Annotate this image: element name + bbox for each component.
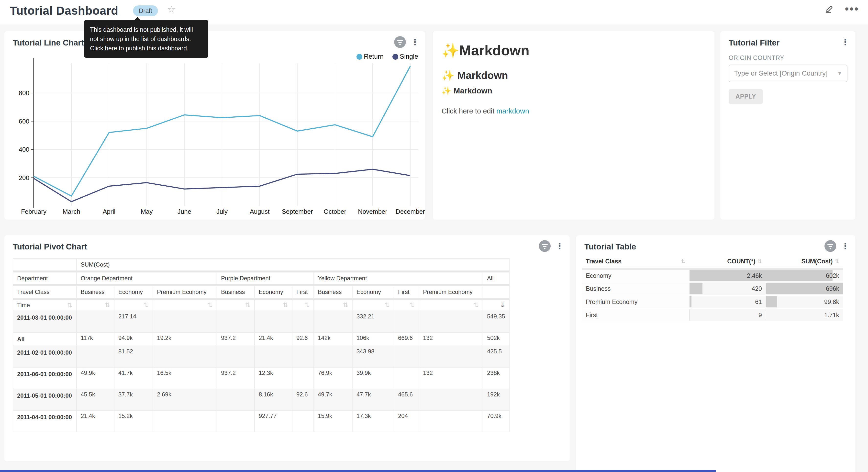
- table-row[interactable]: First91.71k: [582, 308, 843, 322]
- table-row[interactable]: Economy2.46k602k: [582, 269, 843, 282]
- pivot-value-cell[interactable]: 217.14: [114, 311, 153, 332]
- sort-icon[interactable]: ⇅: [409, 302, 415, 308]
- pivot-value-cell[interactable]: [314, 311, 352, 332]
- pivot-value-cell[interactable]: 76.9k: [314, 367, 352, 389]
- pivot-value-cell[interactable]: [217, 311, 254, 332]
- pivot-value-cell[interactable]: [292, 311, 314, 332]
- pivot-value-cell[interactable]: [419, 389, 483, 410]
- horizontal-scrollbar-thumb[interactable]: [0, 470, 716, 472]
- sort-caret-icon[interactable]: ⇅: [835, 258, 839, 265]
- pivot-value-cell[interactable]: 549.35: [483, 311, 509, 332]
- more-options-icon[interactable]: •••: [845, 5, 859, 12]
- pivot-value-cell[interactable]: 204: [394, 410, 419, 432]
- sort-icon[interactable]: ⇅: [304, 302, 310, 308]
- sort-icon[interactable]: ⇅: [207, 302, 213, 308]
- pivot-value-cell[interactable]: 2.69k: [153, 389, 217, 410]
- pivot-value-cell[interactable]: 132: [419, 332, 483, 346]
- line-chart-plot[interactable]: 200400600800FebruaryMarchAprilMayJuneJul…: [4, 31, 425, 219]
- pivot-value-cell[interactable]: [394, 367, 419, 389]
- favorite-star-icon[interactable]: ☆: [167, 4, 176, 15]
- pivot-value-cell[interactable]: 41.7k: [114, 367, 153, 389]
- pivot-value-cell[interactable]: 937.2: [217, 367, 254, 389]
- pivot-value-cell[interactable]: [217, 389, 254, 410]
- pivot-value-cell[interactable]: 937.2: [217, 332, 254, 346]
- table-menu-icon[interactable]: ⋮: [841, 240, 849, 252]
- pivot-value-cell[interactable]: [292, 367, 314, 389]
- pivot-value-cell[interactable]: 94.9k: [114, 332, 153, 346]
- edit-markdown-link[interactable]: markdown: [496, 107, 529, 115]
- pivot-value-cell[interactable]: 332.21: [352, 311, 394, 332]
- cross-filter-icon[interactable]: [539, 240, 551, 252]
- pivot-value-cell[interactable]: [76, 311, 114, 332]
- pivot-value-cell[interactable]: 45.5k: [76, 389, 114, 410]
- pivot-value-cell[interactable]: 21.4k: [254, 332, 292, 346]
- pivot-value-cell[interactable]: [153, 311, 217, 332]
- pivot-value-cell[interactable]: 425.5: [483, 346, 509, 367]
- pivot-value-cell[interactable]: 343.98: [352, 346, 394, 367]
- pivot-value-cell[interactable]: [217, 410, 254, 432]
- pivot-value-cell[interactable]: 238k: [483, 367, 509, 389]
- pivot-value-cell[interactable]: 192k: [483, 389, 509, 410]
- pivot-value-cell[interactable]: [217, 346, 254, 367]
- pivot-value-cell[interactable]: [254, 346, 292, 367]
- sort-icon[interactable]: ⇅: [143, 302, 149, 308]
- pivot-value-cell[interactable]: [394, 311, 419, 332]
- pivot-value-cell[interactable]: 49.7k: [314, 389, 352, 410]
- filter-menu-icon[interactable]: ⋮: [841, 36, 849, 48]
- sort-icon[interactable]: ⇅: [105, 302, 110, 308]
- pivot-value-cell[interactable]: 669.6: [394, 332, 419, 346]
- pivot-value-cell[interactable]: [153, 410, 217, 432]
- pivot-value-cell[interactable]: 132: [419, 367, 483, 389]
- sort-icon[interactable]: ⇅: [473, 302, 479, 308]
- sort-caret-icon[interactable]: ⇅: [681, 258, 686, 265]
- pivot-value-cell[interactable]: [76, 346, 114, 367]
- pivot-value-cell[interactable]: 927.77: [254, 410, 292, 432]
- pivot-value-cell[interactable]: 106k: [352, 332, 394, 346]
- pivot-value-cell[interactable]: 16.5k: [153, 367, 217, 389]
- cross-filter-icon[interactable]: [825, 240, 836, 252]
- pivot-value-cell[interactable]: [419, 311, 483, 332]
- pivot-value-cell[interactable]: 8.16k: [254, 389, 292, 410]
- sort-icon-active[interactable]: ⇓: [500, 302, 505, 308]
- pivot-value-cell[interactable]: 70.9k: [483, 410, 509, 432]
- pivot-value-cell[interactable]: [292, 346, 314, 367]
- table-column-header[interactable]: COUNT(*)⇅: [689, 255, 766, 269]
- pivot-value-cell[interactable]: [419, 410, 483, 432]
- pivot-value-cell[interactable]: [292, 410, 314, 432]
- pivot-value-cell[interactable]: [153, 346, 217, 367]
- edit-pencil-icon[interactable]: [825, 4, 834, 14]
- sort-icon[interactable]: ⇅: [67, 302, 72, 308]
- pivot-value-cell[interactable]: 49.9k: [76, 367, 114, 389]
- draft-badge[interactable]: Draft: [133, 5, 158, 16]
- pivot-value-cell[interactable]: 142k: [314, 332, 352, 346]
- pivot-value-cell[interactable]: 47.7k: [352, 389, 394, 410]
- pivot-value-cell[interactable]: 92.6: [292, 389, 314, 410]
- apply-button[interactable]: APPLY: [728, 89, 763, 104]
- pivot-value-cell[interactable]: 465.6: [394, 389, 419, 410]
- sort-icon[interactable]: ⇅: [245, 302, 250, 308]
- table-row[interactable]: Premium Economy6199.8k: [582, 295, 843, 308]
- sort-caret-icon[interactable]: ⇅: [757, 258, 762, 265]
- pivot-value-cell[interactable]: 37.7k: [114, 389, 153, 410]
- table-column-header[interactable]: SUM(Cost)⇅: [766, 255, 843, 269]
- pivot-value-cell[interactable]: 502k: [483, 332, 509, 346]
- pivot-value-cell[interactable]: [419, 346, 483, 367]
- pivot-value-cell[interactable]: [254, 311, 292, 332]
- pivot-value-cell[interactable]: 15.9k: [314, 410, 352, 432]
- pivot-value-cell[interactable]: 12.3k: [254, 367, 292, 389]
- pivot-menu-icon[interactable]: ⋮: [556, 240, 564, 252]
- pivot-value-cell[interactable]: 21.4k: [76, 410, 114, 432]
- table-row[interactable]: Business420696k: [582, 282, 843, 295]
- table-column-header[interactable]: Travel Class⇅: [582, 255, 689, 269]
- sort-icon[interactable]: ⇅: [384, 302, 390, 308]
- pivot-value-cell[interactable]: 92.6: [292, 332, 314, 346]
- pivot-value-cell[interactable]: 39.9k: [352, 367, 394, 389]
- sort-icon[interactable]: ⇅: [283, 302, 288, 308]
- pivot-value-cell[interactable]: 15.2k: [114, 410, 153, 432]
- sort-icon[interactable]: ⇅: [343, 302, 348, 308]
- pivot-value-cell[interactable]: [314, 346, 352, 367]
- pivot-value-cell[interactable]: 17.3k: [352, 410, 394, 432]
- pivot-value-cell[interactable]: [394, 346, 419, 367]
- pivot-value-cell[interactable]: 81.52: [114, 346, 153, 367]
- pivot-value-cell[interactable]: 19.2k: [153, 332, 217, 346]
